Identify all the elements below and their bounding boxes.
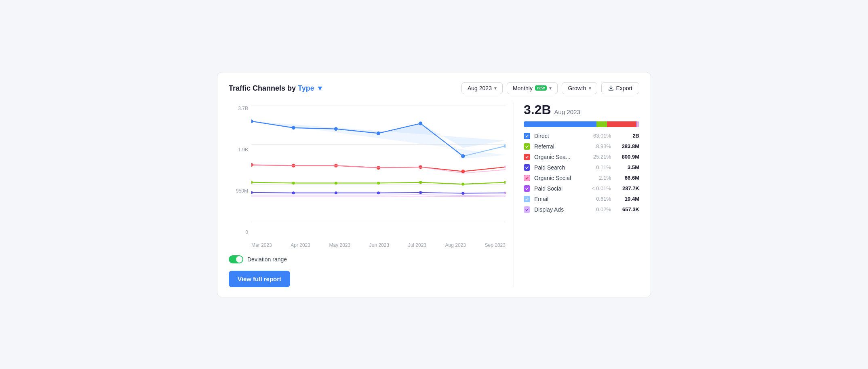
legend-area: 3.2B Aug 2023 D xyxy=(514,102,639,287)
legend-pct-organic-search: 25.21% xyxy=(588,154,611,160)
legend-val-organic-social: 66.6M xyxy=(615,175,639,181)
legend-pct-paid-social: < 0.01% xyxy=(588,185,611,191)
legend-pct-direct: 63.01% xyxy=(588,133,611,139)
legend-val-email: 19.4M xyxy=(615,196,639,202)
deviation-row: Deviation range xyxy=(229,255,506,263)
x-label-2: May 2023 xyxy=(329,242,351,248)
x-label-4: Jul 2023 xyxy=(408,242,426,248)
y-label-1: 950M xyxy=(229,188,248,194)
legend-checkbox-paid-social xyxy=(524,185,530,192)
svg-point-28 xyxy=(461,192,464,195)
x-label-5: Aug 2023 xyxy=(445,242,466,248)
svg-point-29 xyxy=(504,192,506,194)
export-icon xyxy=(608,85,614,91)
svg-point-3 xyxy=(251,119,253,123)
legend-item-referral[interactable]: Referral 8.93% 283.8M xyxy=(524,143,639,150)
y-label-2: 1.9B xyxy=(229,147,248,153)
legend-item-paid-social[interactable]: Paid Social < 0.01% 287.7K xyxy=(524,185,639,192)
bar-direct xyxy=(524,121,596,127)
total-number: 3.2B xyxy=(524,102,551,117)
new-badge: new xyxy=(535,85,547,91)
legend-checkbox-direct xyxy=(524,133,530,139)
legend-val-paid-search: 3.5M xyxy=(615,164,639,170)
svg-point-4 xyxy=(292,126,295,129)
x-axis: Mar 2023 Apr 2023 May 2023 Jun 2023 Jul … xyxy=(251,242,506,248)
legend-val-paid-social: 287.7K xyxy=(615,185,639,191)
legend-item-organic-social[interactable]: Organic Social 2.1% 66.6M xyxy=(524,175,639,181)
legend-val-referral: 283.8M xyxy=(615,143,639,149)
y-label-3: 3.7B xyxy=(229,106,248,111)
x-label-1: Apr 2023 xyxy=(291,242,310,248)
legend-val-organic-search: 800.9M xyxy=(615,154,639,160)
svg-point-15 xyxy=(504,165,506,168)
svg-point-20 xyxy=(419,181,422,184)
export-label: Export xyxy=(616,85,632,91)
legend-name-organic-search: Organic Sea... xyxy=(534,154,584,160)
stacked-bar xyxy=(524,121,639,127)
legend-item-paid-search[interactable]: Paid Search 0.11% 3.5M xyxy=(524,164,639,171)
chart-svg xyxy=(251,102,506,208)
legend-name-paid-social: Paid Social xyxy=(534,185,584,192)
legend-item-email[interactable]: Email 0.61% 19.4M xyxy=(524,196,639,202)
x-label-3: Jun 2023 xyxy=(369,242,389,248)
period-label: Monthly xyxy=(513,85,533,91)
svg-point-24 xyxy=(292,191,295,194)
legend-item-display-ads[interactable]: Display Ads 0.02% 657.3K xyxy=(524,206,639,213)
date-label: Aug 2023 xyxy=(468,85,492,91)
legend-name-organic-social: Organic Social xyxy=(534,175,584,181)
legend-name-email: Email xyxy=(534,196,584,202)
svg-point-5 xyxy=(334,127,338,131)
header: Traffic Channels by Type ▾ Aug 2023 ▾ Mo… xyxy=(229,82,639,94)
svg-point-22 xyxy=(504,181,506,184)
main-card: Traffic Channels by Type ▾ Aug 2023 ▾ Mo… xyxy=(217,72,651,297)
svg-point-8 xyxy=(461,154,465,158)
svg-point-16 xyxy=(251,181,253,184)
svg-point-7 xyxy=(419,121,422,125)
chart-area: 3.7B 1.9B 950M 0 xyxy=(229,102,514,287)
total-date: Aug 2023 xyxy=(554,108,580,115)
title-prefix: Traffic Channels by xyxy=(229,84,298,92)
y-axis: 3.7B 1.9B 950M 0 xyxy=(229,102,248,248)
chart-inner: Mar 2023 Apr 2023 May 2023 Jun 2023 Jul … xyxy=(251,102,506,248)
svg-point-18 xyxy=(335,181,337,184)
x-label-0: Mar 2023 xyxy=(251,242,272,248)
legend-list: Direct 63.01% 2B Referral 8.93% 283.8M xyxy=(524,133,639,213)
svg-point-17 xyxy=(292,181,295,184)
date-chevron-icon: ▾ xyxy=(494,85,497,91)
chart-container: 3.7B 1.9B 950M 0 xyxy=(229,102,506,248)
legend-pct-paid-search: 0.11% xyxy=(588,164,611,170)
legend-name-paid-search: Paid Search xyxy=(534,164,584,171)
svg-point-2 xyxy=(504,144,506,148)
deviation-toggle[interactable] xyxy=(229,255,243,263)
main-body: 3.7B 1.9B 950M 0 xyxy=(229,102,639,287)
svg-point-27 xyxy=(419,191,422,194)
legend-item-direct[interactable]: Direct 63.01% 2B xyxy=(524,133,639,139)
header-controls: Aug 2023 ▾ Monthly new ▾ Growth ▾ Export xyxy=(461,82,639,94)
svg-point-21 xyxy=(461,182,464,185)
bar-organic-search xyxy=(607,121,636,127)
legend-val-display-ads: 657.3K xyxy=(615,206,639,212)
title-type[interactable]: Type xyxy=(298,84,314,92)
svg-point-6 xyxy=(377,131,380,135)
svg-point-25 xyxy=(335,191,337,194)
bar-display-ads xyxy=(639,121,639,127)
legend-pct-organic-social: 2.1% xyxy=(588,175,611,181)
page-title: Traffic Channels by Type ▾ xyxy=(229,84,322,93)
legend-pct-display-ads: 0.02% xyxy=(588,206,611,212)
growth-button[interactable]: Growth ▾ xyxy=(562,82,597,94)
growth-chevron-icon: ▾ xyxy=(589,85,591,91)
svg-point-26 xyxy=(377,191,380,194)
legend-name-referral: Referral xyxy=(534,143,584,150)
period-button[interactable]: Monthly new ▾ xyxy=(507,82,558,94)
legend-pct-email: 0.61% xyxy=(588,196,611,202)
total-header: 3.2B Aug 2023 xyxy=(524,102,639,117)
export-button[interactable]: Export xyxy=(601,82,639,94)
svg-point-23 xyxy=(251,191,253,194)
view-full-report-button[interactable]: View full report xyxy=(229,271,290,287)
legend-checkbox-email xyxy=(524,196,530,202)
date-picker-button[interactable]: Aug 2023 ▾ xyxy=(461,82,503,94)
legend-item-organic-search[interactable]: Organic Sea... 25.21% 800.9M xyxy=(524,154,639,160)
legend-checkbox-organic-social xyxy=(524,175,530,181)
bar-referral xyxy=(596,121,607,127)
mode-label: Growth xyxy=(568,85,586,91)
